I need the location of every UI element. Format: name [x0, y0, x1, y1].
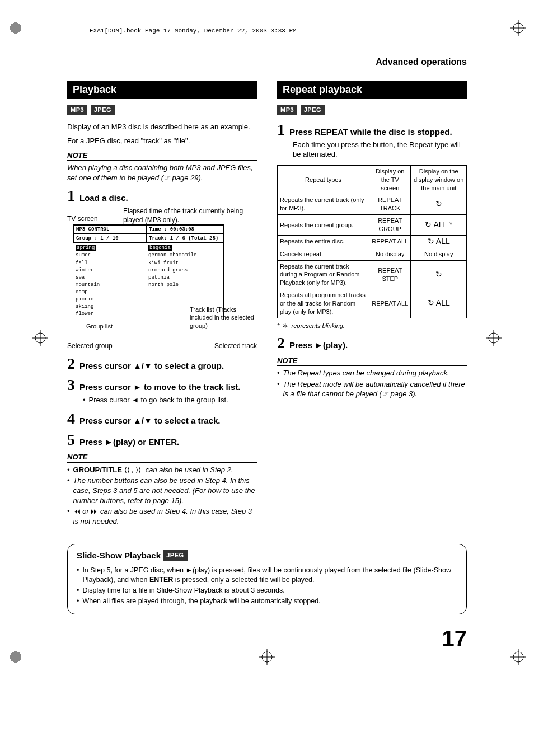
step-1-sub: Each time you press the button, the Repe… [293, 140, 467, 159]
list-item: north pole [148, 281, 221, 288]
section-title-text: Advanced operations [376, 56, 467, 68]
cell: Repeats the entire disc. [278, 235, 369, 248]
table-row: Repeats all programmed tracks or the all… [278, 289, 467, 318]
repeat-header: Repeat playback [277, 81, 467, 98]
jpeg-tag: JPEG [301, 105, 325, 115]
table-header: Display on the TV screen [369, 165, 411, 194]
jpeg-tag: JPEG [163, 550, 187, 561]
list-item: mountain [76, 281, 143, 288]
crop-mark-icon [8, 20, 24, 36]
callout-group-list: Group list [86, 322, 113, 331]
cell: REPEAT GROUP [369, 215, 411, 236]
cell: ↻ [411, 194, 467, 215]
step-text: Press cursor ► to move to the track list… [79, 382, 240, 393]
repeat-all-icon: ↻ ALL [428, 237, 450, 245]
list-item: fall [76, 260, 143, 266]
step-number: 5 [67, 432, 75, 448]
cell: Cancels repeat. [278, 248, 369, 260]
step-5: 5 Press ►(play) or ENTER. [67, 432, 257, 448]
print-header: EXA1[DOM].book Page 17 Monday, December … [34, 0, 500, 39]
list-item: petunia [148, 274, 221, 281]
step-number: 2 [277, 335, 285, 351]
repeat-icon: ↻ [435, 270, 442, 278]
enter-label: ENTER [149, 576, 173, 584]
blinking-footnote: * ✲ represents blinking. [277, 322, 467, 330]
note-item: •The Repeat types can be changed during … [277, 368, 467, 378]
slide-item: •In Step 5, for a JPEG disc, when ►(play… [77, 566, 457, 585]
registration-mark-icon [510, 20, 526, 36]
cell: REPEAT ALL [369, 289, 411, 318]
repeat-types-table: Repeat types Display on the TV screen Di… [277, 165, 467, 318]
cell: ↻ ALL * [411, 215, 467, 236]
mp3-tag: MP3 [277, 105, 297, 115]
repeat-all-icon: ↻ ALL [428, 299, 450, 307]
cell: REPEAT ALL [369, 235, 411, 248]
step-4: 4 Press cursor ▲/▼ to select a track. [67, 411, 257, 426]
mp3-tag: MP3 [67, 105, 87, 115]
callout-track-list: Track list (Tracks included in the selec… [190, 306, 257, 331]
step-1: 1 Press REPEAT while the disc is stopped… [277, 122, 467, 138]
section-title: Advanced operations [67, 56, 467, 70]
note-item: •⏮ or ⏭ can also be used in Step 4. In t… [67, 506, 257, 526]
note-text: The Repeat mode will be automatically ca… [283, 379, 467, 399]
list-item: winter [76, 267, 143, 274]
intro-text: Display of an MP3 disc is described here… [67, 122, 257, 132]
elapsed-time-label: Elapsed time of the track currently bein… [123, 206, 257, 224]
playback-header: Playback [67, 81, 257, 98]
table-row: Repeats the entire disc.REPEAT ALL↻ ALL [278, 235, 467, 248]
format-tags: MP3 JPEG [277, 105, 467, 115]
cell: ↻ [411, 260, 467, 289]
list-item: orchard grass [148, 267, 221, 274]
cell: Repeats the current track during a Progr… [278, 260, 369, 289]
cell: REPEAT TRACK [369, 194, 411, 215]
table-header: Repeat types [278, 165, 369, 194]
step-text: Press ►(play). [289, 340, 348, 351]
time-display: Time : 00:03:08 [146, 225, 223, 234]
cell: ↻ ALL [411, 235, 467, 248]
list-item: picnic [76, 296, 143, 303]
step-text: Press cursor ▲/▼ to select a group. [79, 360, 224, 372]
group-header: Group : 1 / 10 [73, 234, 146, 243]
blinking-icon: ✲ [283, 322, 288, 329]
slide-show-box: Slide-Show Playback JPEG •In Step 5, for… [67, 544, 467, 614]
note-heading: NOTE [67, 452, 257, 463]
group-list: spring sumer fall winter sea mountain ca… [73, 243, 146, 319]
slide-text: When all files are played through, the p… [82, 597, 320, 606]
footnote-text: represents blinking. [292, 322, 345, 329]
step-number: 1 [67, 188, 75, 204]
crop-mark-icon [8, 649, 24, 665]
table-row: Repeats the current track during a Progr… [278, 260, 467, 289]
left-column: Playback MP3 JPEG Display of an MP3 disc… [67, 81, 257, 527]
step-number: 1 [277, 122, 285, 138]
step-2: 2 Press cursor ▲/▼ to select a group. [67, 356, 257, 372]
slide-item: •When all files are played through, the … [77, 597, 457, 606]
list-item: spring [76, 245, 96, 251]
table-row: Repeats the current track (only for MP3)… [278, 194, 467, 215]
cell: ↻ ALL [411, 289, 467, 318]
list-item: skiing [76, 303, 143, 310]
format-tags: MP3 JPEG [67, 105, 257, 115]
jpeg-tag: JPEG [91, 105, 115, 115]
step-3: 3 Press cursor ► to move to the track li… [67, 377, 257, 393]
step-1: 1 Load a disc. [67, 188, 257, 204]
cell: Repeats all programmed tracks or the all… [278, 289, 369, 318]
list-item: camp [76, 289, 143, 295]
step-text: Load a disc. [79, 192, 128, 204]
registration-mark-icon [259, 649, 275, 665]
registration-mark-icon [32, 330, 48, 346]
step-text: Press REPEAT while the disc is stopped. [289, 126, 452, 138]
cell: No display [411, 248, 467, 260]
intro-text-2: For a JPEG disc, read "track" as "file". [67, 136, 257, 146]
note-text: The number buttons can also be used in S… [73, 476, 257, 505]
slide-text: Display time for a file in Slide-Show Pl… [82, 586, 284, 595]
mp3-control-title: MP3 CONTROL [73, 225, 146, 234]
step-number: 2 [67, 356, 75, 372]
notes-list: •The Repeat types can be changed during … [277, 368, 467, 399]
step-2: 2 Press ►(play). [277, 335, 467, 351]
table-row: Cancels repeat.No displayNo display [278, 248, 467, 260]
note-item: •The number buttons can also be used in … [67, 476, 257, 505]
note-heading: NOTE [277, 356, 467, 367]
step-number: 3 [67, 377, 75, 393]
table-row: Repeats the current group.REPEAT GROUP↻ … [278, 215, 467, 236]
note-heading: NOTE [67, 151, 257, 161]
